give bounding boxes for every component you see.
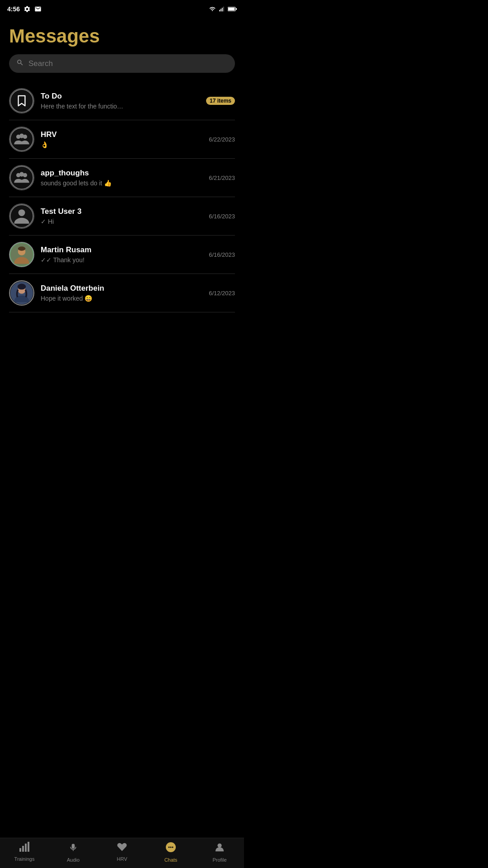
avatar-hrv xyxy=(9,127,34,152)
svg-point-8 xyxy=(10,128,33,151)
svg-point-23 xyxy=(18,284,26,290)
chat-preview-todo: Here the text for the functio… xyxy=(41,103,200,110)
svg-point-15 xyxy=(23,173,27,177)
chat-name-martin: Martin Rusam xyxy=(41,245,202,255)
chat-meta-hrv: 6/22/2023 xyxy=(209,136,235,143)
settings-icon xyxy=(23,5,31,13)
status-right xyxy=(209,6,237,12)
page-title: Messages xyxy=(0,16,244,54)
avatar-appthoughs xyxy=(9,165,34,190)
chat-date-appthoughs: 6/21/2023 xyxy=(209,175,235,181)
chat-info-appthoughs: app_thoughs sounds good lets do it 👍 xyxy=(41,169,202,187)
gmail-icon xyxy=(34,5,42,13)
chat-name-todo: To Do xyxy=(41,92,200,101)
svg-point-17 xyxy=(19,209,25,216)
chat-info-todo: To Do Here the text for the functio… xyxy=(41,92,200,110)
wifi-icon xyxy=(209,6,216,12)
svg-rect-5 xyxy=(228,8,235,10)
avatar-testuser3 xyxy=(9,203,34,229)
chat-name-hrv: HRV xyxy=(41,130,202,139)
chat-date-daniela: 6/12/2023 xyxy=(209,290,235,297)
chat-item-todo[interactable]: To Do Here the text for the functio… 17 … xyxy=(9,82,235,120)
chat-info-martin: Martin Rusam ✓✓ Thank you! xyxy=(41,245,202,264)
chat-info-daniela: Daniela Otterbein Hope it worked 😄 xyxy=(41,284,202,302)
chat-item-testuser3[interactable]: Test User 3 ✓ Hi 6/16/2023 xyxy=(9,197,235,236)
chat-name-daniela: Daniela Otterbein xyxy=(41,284,202,293)
chat-meta-testuser3: 6/16/2023 xyxy=(209,213,235,220)
chat-info-testuser3: Test User 3 ✓ Hi xyxy=(41,207,202,225)
svg-point-11 xyxy=(23,135,27,139)
chat-meta-daniela: 6/12/2023 xyxy=(209,290,235,297)
svg-point-7 xyxy=(10,90,33,112)
chat-meta-martin: 6/16/2023 xyxy=(209,251,235,258)
chat-badge-todo: 17 items xyxy=(206,97,235,105)
chat-meta-appthoughs: 6/21/2023 xyxy=(209,175,235,181)
chat-name-testuser3: Test User 3 xyxy=(41,207,202,216)
chat-date-martin: 6/16/2023 xyxy=(209,251,235,258)
svg-rect-2 xyxy=(222,8,223,11)
svg-rect-1 xyxy=(221,9,221,11)
svg-rect-0 xyxy=(219,10,220,12)
avatar-todo xyxy=(9,88,34,113)
chat-preview-daniela: Hope it worked 😄 xyxy=(41,295,202,302)
chat-meta-todo: 17 items xyxy=(206,97,235,105)
chat-item-appthoughs[interactable]: app_thoughs sounds good lets do it 👍 6/2… xyxy=(9,159,235,197)
chat-list: To Do Here the text for the functio… 17 … xyxy=(0,82,244,312)
battery-icon xyxy=(228,6,237,12)
chat-item-daniela[interactable]: Daniela Otterbein Hope it worked 😄 6/12/… xyxy=(9,274,235,312)
svg-point-20 xyxy=(18,246,26,250)
avatar-daniela xyxy=(9,280,34,306)
search-input[interactable] xyxy=(28,59,228,68)
svg-rect-3 xyxy=(223,7,224,12)
svg-rect-6 xyxy=(236,8,237,10)
signal-icon xyxy=(219,6,225,12)
chat-item-hrv[interactable]: HRV 👌 6/22/2023 xyxy=(9,120,235,159)
status-left: 4:56 xyxy=(7,5,42,13)
chat-preview-testuser3: ✓ Hi xyxy=(41,218,202,225)
search-bar[interactable] xyxy=(9,54,235,73)
chat-preview-appthoughs: sounds good lets do it 👍 xyxy=(41,179,202,187)
avatar-martin xyxy=(9,242,34,267)
status-bar: 4:56 xyxy=(0,0,244,16)
chat-item-martin[interactable]: Martin Rusam ✓✓ Thank you! 6/16/2023 xyxy=(9,236,235,274)
chat-date-testuser3: 6/16/2023 xyxy=(209,213,235,220)
search-icon xyxy=(16,59,24,68)
chat-preview-martin: ✓✓ Thank you! xyxy=(41,256,202,264)
chat-date-hrv: 6/22/2023 xyxy=(209,136,235,143)
chat-info-hrv: HRV 👌 xyxy=(41,130,202,148)
chat-name-appthoughs: app_thoughs xyxy=(41,169,202,178)
chat-preview-hrv: 👌 xyxy=(41,141,202,148)
status-time: 4:56 xyxy=(7,5,20,13)
svg-point-12 xyxy=(10,166,33,189)
